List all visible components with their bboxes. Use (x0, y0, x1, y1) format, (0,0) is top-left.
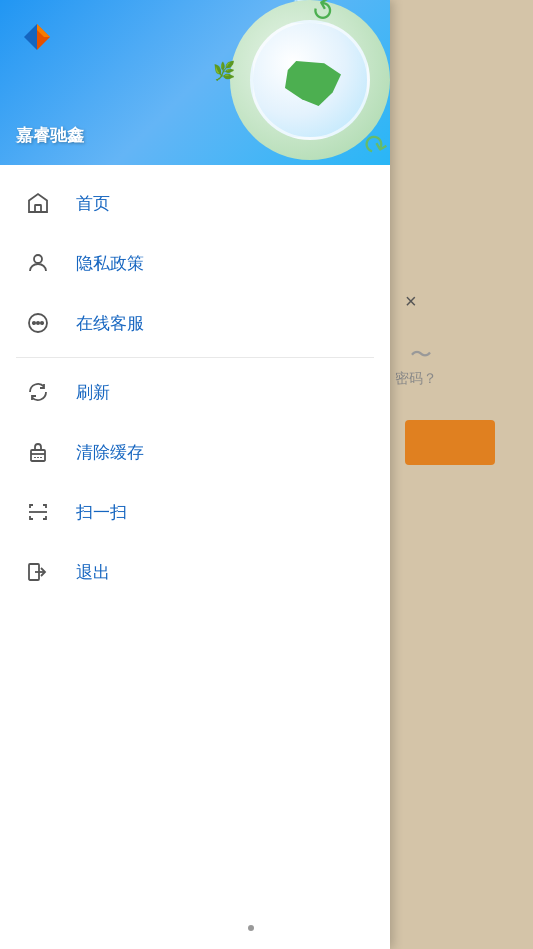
menu-label-logout: 退出 (76, 561, 110, 584)
menu-item-refresh[interactable]: 刷新 (0, 362, 390, 422)
menu-label-scan: 扫一扫 (76, 501, 127, 524)
close-button[interactable]: × (405, 290, 417, 313)
svg-point-8 (41, 322, 43, 324)
eye-icon: 〜 (410, 340, 432, 370)
login-button[interactable] (405, 420, 495, 465)
svg-rect-9 (31, 450, 45, 461)
menu-item-privacy[interactable]: 隐私政策 (0, 233, 390, 293)
menu-item-scan[interactable]: 扫一扫 (0, 482, 390, 542)
company-name: 嘉睿驰鑫 (16, 124, 84, 147)
company-logo (16, 16, 58, 58)
svg-rect-3 (35, 205, 41, 212)
chat-icon (24, 309, 52, 337)
logout-icon (24, 558, 52, 586)
svg-marker-0 (24, 24, 37, 50)
scan-icon (24, 498, 52, 526)
bottom-dot (248, 925, 254, 931)
svg-point-4 (34, 255, 42, 263)
password-hint: 密码？ (395, 370, 437, 388)
menu-item-home[interactable]: 首页 (0, 173, 390, 233)
continent-shape (285, 61, 341, 106)
refresh-icon (24, 378, 52, 406)
svg-point-7 (37, 322, 39, 324)
cache-icon (24, 438, 52, 466)
menu-item-clear-cache[interactable]: 清除缓存 (0, 422, 390, 482)
menu-item-service[interactable]: 在线客服 (0, 293, 390, 353)
menu-label-clear-cache: 清除缓存 (76, 441, 144, 464)
drawer-header: 🍃 ↺ ↺ (0, 0, 390, 165)
menu-item-logout[interactable]: 退出 (0, 542, 390, 602)
svg-point-6 (33, 322, 35, 324)
globe-container: 🍃 ↺ ↺ (200, 0, 390, 165)
menu-label-refresh: 刷新 (76, 381, 110, 404)
right-panel (390, 0, 533, 949)
menu-label-privacy: 隐私政策 (76, 252, 144, 275)
menu-label-home: 首页 (76, 192, 110, 215)
globe-inner (250, 20, 370, 140)
menu-list: 首页 隐私政策 在线客服 (0, 165, 390, 949)
person-icon (24, 249, 52, 277)
leaves-left-icon: 🌿 (213, 60, 235, 82)
menu-separator (16, 357, 374, 358)
menu-label-service: 在线客服 (76, 312, 144, 335)
drawer-panel: 🍃 ↺ ↺ (0, 0, 390, 949)
logo-icon (16, 16, 58, 58)
home-icon (24, 189, 52, 217)
